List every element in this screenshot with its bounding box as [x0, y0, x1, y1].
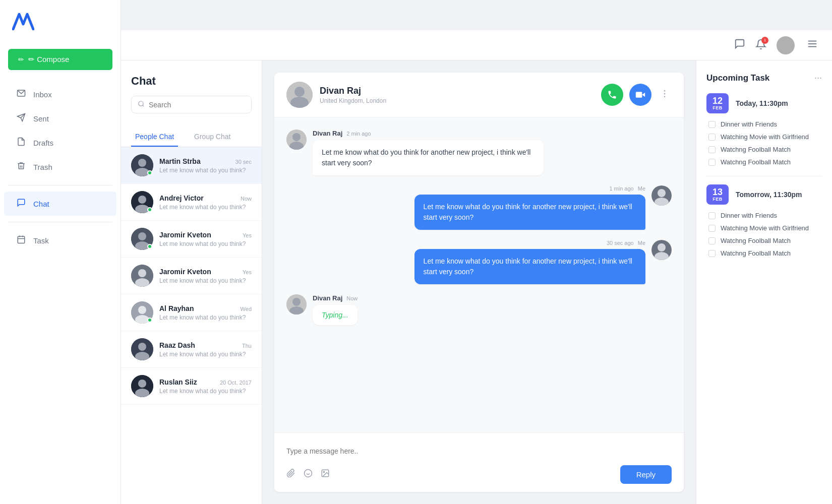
chat-footer: Reply: [274, 432, 684, 492]
tab-group-chat[interactable]: Group Chat: [190, 128, 234, 147]
date-day: 12: [711, 96, 724, 105]
phone-call-button[interactable]: [601, 84, 623, 106]
message-preview: Let me know what do you think?: [159, 314, 252, 321]
chat-item-top: Martin Strba 30 sec: [159, 157, 252, 165]
list-item[interactable]: Raaz Dash Thu Let me know what do you th…: [121, 331, 262, 368]
message-time: Yes: [243, 232, 252, 238]
task-label: Watchng Foolball Match: [721, 158, 791, 166]
avatar-wrapper: [131, 191, 153, 213]
sent-label: Sent: [33, 114, 49, 123]
task-label: Dinner with Friends: [721, 120, 777, 128]
task-checkbox[interactable]: [708, 134, 716, 141]
message-content: Divan Raj Now Typing...: [313, 294, 358, 325]
contact-name: Martin Strba: [159, 157, 201, 165]
message-meta: Divan Raj 2 min ago: [313, 130, 544, 137]
message-avatar: [651, 240, 672, 260]
task-checkbox[interactable]: [708, 121, 716, 128]
online-indicator: [147, 318, 152, 323]
online-indicator: [147, 244, 152, 249]
message-time: Thu: [242, 343, 252, 349]
message-time: 30 sec: [235, 159, 252, 165]
svg-point-28: [138, 343, 146, 351]
svg-point-34: [294, 87, 305, 97]
task-checkbox[interactable]: [708, 212, 716, 219]
chat-input-area[interactable]: [286, 441, 672, 461]
list-item[interactable]: Ruslan Siiz 20 Oct, 2017 Let me know wha…: [121, 368, 262, 405]
more-options-button[interactable]: [658, 87, 672, 103]
message-preview: Let me know what do you think?: [159, 240, 252, 247]
compose-button[interactable]: ✏ ✏ Compose: [8, 49, 112, 70]
messages-area: Divan Raj 2 min ago Let me know what do …: [274, 117, 684, 432]
attachment-button[interactable]: [286, 469, 295, 480]
date-badge-today: 12 FEB: [706, 93, 729, 113]
list-item[interactable]: Al Rayhan Wed Let me know what do you th…: [121, 294, 262, 331]
emoji-button[interactable]: [304, 469, 313, 480]
chat-header-actions: [601, 84, 672, 106]
task-item: Watching Movie with Girlfriend: [708, 133, 822, 141]
sidebar-item-drafts[interactable]: Drafts: [4, 131, 116, 155]
compose-label: ✏ Compose: [28, 55, 69, 64]
task-item: Watchng Foolball Match: [708, 146, 822, 153]
message-preview: Let me know what do you think?: [159, 204, 252, 211]
avatar: [131, 265, 153, 287]
topbar-chat-icon[interactable]: [734, 38, 745, 52]
message-row: Me 30 sec ago Let me know what do you th…: [286, 240, 672, 284]
svg-point-53: [305, 470, 312, 477]
contact-name: Jaromir Kveton: [159, 231, 211, 239]
task-item: Dinner with Friends: [708, 212, 822, 219]
sidebar-item-sent[interactable]: Sent: [4, 106, 116, 131]
drafts-icon: [16, 137, 26, 148]
task-checkbox[interactable]: [708, 237, 716, 244]
message-input[interactable]: [286, 447, 672, 455]
search-input[interactable]: [149, 101, 245, 109]
video-call-button[interactable]: [629, 84, 651, 106]
sidebar-item-chat[interactable]: Chat: [4, 192, 116, 216]
task-item: Dinner with Friends: [708, 120, 822, 128]
message-avatar: [651, 185, 672, 206]
upcoming-more-button[interactable]: ···: [814, 73, 822, 83]
sidebar-item-inbox[interactable]: Inbox: [4, 82, 116, 106]
svg-point-13: [138, 159, 146, 167]
contact-name: Raaz Dash: [159, 341, 195, 349]
task-label: Watchng Foolball Match: [721, 146, 791, 153]
content-area: 1 Chat People C: [121, 30, 832, 504]
user-avatar-topbar[interactable]: [777, 36, 795, 54]
task-label: Watching Movie with Girlfriend: [721, 224, 809, 232]
message-timestamp: 30 sec ago: [607, 240, 634, 246]
tab-people-chat[interactable]: People Chat: [131, 128, 178, 147]
svg-point-31: [138, 380, 146, 388]
list-item[interactable]: Martin Strba 30 sec Let me know what do …: [121, 147, 262, 184]
online-indicator: [147, 170, 152, 175]
notification-bell[interactable]: 1: [755, 39, 766, 52]
task-item: Watchng Foolball Match: [708, 249, 822, 257]
chat-icon: [16, 198, 26, 209]
hamburger-button[interactable]: [805, 36, 820, 54]
task-label: Dinner with Friends: [721, 212, 777, 219]
message-meta: Me 30 sec ago: [414, 240, 645, 246]
sidebar-item-trash[interactable]: Trash: [4, 155, 116, 179]
avatar-wrapper: [131, 338, 153, 360]
sidebar-item-task[interactable]: Task: [4, 228, 116, 253]
avatar-wrapper: [131, 265, 153, 287]
task-checkbox[interactable]: [708, 146, 716, 153]
task-checkbox[interactable]: [708, 225, 716, 232]
svg-point-40: [664, 96, 666, 97]
chat-list-panel: Chat People Chat Group Chat: [121, 60, 262, 504]
image-button[interactable]: [321, 469, 330, 480]
list-item[interactable]: Andrej Victor Now Let me know what do yo…: [121, 184, 262, 221]
task-item: Watchng Foolball Match: [708, 237, 822, 244]
message-preview: Let me know what do you think?: [159, 167, 252, 174]
list-item[interactable]: Jaromir Kveton Yes Let me know what do y…: [121, 221, 262, 258]
search-box[interactable]: [131, 96, 252, 113]
avatar-wrapper: [131, 301, 153, 324]
task-label: Watching Movie with Girlfriend: [721, 133, 809, 141]
message-row: Me 1 min ago Let me know what do you thi…: [286, 185, 672, 230]
list-item[interactable]: Jaromir Kveton Yes Let me know what do y…: [121, 258, 262, 294]
task-checkbox[interactable]: [708, 250, 716, 257]
reply-button[interactable]: Reply: [620, 465, 672, 484]
chat-item-top: Ruslan Siiz 20 Oct, 2017: [159, 378, 252, 386]
message-bubble: Let me know what do you think for anothe…: [414, 249, 645, 284]
trash-label: Trash: [33, 163, 52, 171]
typing-indicator: Typing...: [313, 305, 358, 325]
task-checkbox[interactable]: [708, 159, 716, 166]
